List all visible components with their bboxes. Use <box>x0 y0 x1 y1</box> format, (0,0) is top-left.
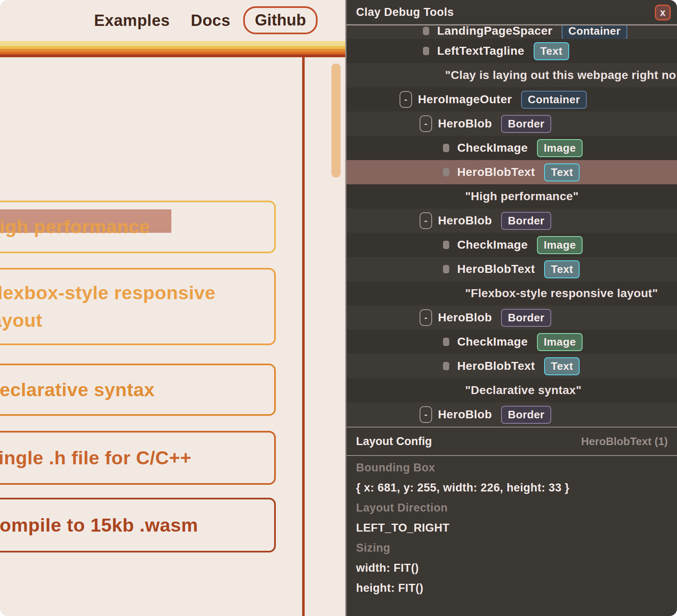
type-badge-border: Border <box>501 115 551 133</box>
github-button[interactable]: Github <box>243 6 318 34</box>
tree-node-label: HeroBlob <box>438 311 492 324</box>
page-scrollbar-thumb[interactable] <box>331 64 341 178</box>
config-value-row: height: FIT() <box>356 578 677 598</box>
tree-row-heroimageouter[interactable]: -HeroImageOuterContainer <box>346 87 677 112</box>
tree-node-label: HeroBlob <box>438 117 492 130</box>
leaf-bullet-icon <box>443 144 449 152</box>
debug-panel-header: Clay Debug Tools x <box>346 0 677 24</box>
type-badge-text: Text <box>544 163 580 181</box>
type-badge-text: Text <box>534 42 569 60</box>
feature-card: High performance <box>0 201 276 253</box>
config-section-label: Bounding Box <box>356 458 677 478</box>
collapse-icon[interactable]: - <box>420 212 432 229</box>
config-section-label: Layout Direction <box>356 498 677 518</box>
config-value-row: width: FIT() <box>356 558 677 578</box>
type-badge-border: Border <box>501 406 551 424</box>
collapse-icon[interactable]: - <box>420 309 432 326</box>
tree-node-label: HeroBlobText <box>457 165 535 179</box>
tree-node-label: LandingPageSpacer <box>437 25 552 38</box>
type-badge-text: Text <box>544 357 580 375</box>
feature-card: Single .h file for C/C++ <box>0 431 276 485</box>
config-value-row: { x: 681, y: 255, width: 226, height: 33… <box>356 478 677 498</box>
text-content-preview: "Declarative syntax" <box>465 384 581 397</box>
leaf-bullet-icon <box>443 338 449 346</box>
text-content-preview: "High performance" <box>465 190 579 203</box>
tree-row-heroblobtext[interactable]: HeroBlobTextText <box>346 160 677 184</box>
collapse-icon[interactable]: - <box>400 91 412 108</box>
tree-quote-row[interactable]: "Declarative syntax" <box>346 378 677 402</box>
tree-row-checkimage[interactable]: CheckImageImage <box>346 136 677 160</box>
tree-node-label: HeroBlob <box>438 214 492 227</box>
tree-node-label: CheckImage <box>457 141 528 155</box>
leaf-bullet-icon <box>443 362 449 370</box>
tree-node-label: CheckImage <box>457 238 528 252</box>
type-badge-border: Border <box>501 309 551 327</box>
feature-card-text: High performance <box>0 213 150 240</box>
feature-card-text: Single .h file for C/C++ <box>0 444 191 471</box>
tree-node-label: LeftTextTagline <box>437 44 524 58</box>
feature-card-text: Compile to 15kb .wasm <box>0 512 198 539</box>
config-value-row: LEFT_TO_RIGHT <box>356 518 677 538</box>
nav-links: ExamplesDocs <box>94 12 230 30</box>
feature-card-text: Flexbox-style responsive layout <box>0 279 274 334</box>
config-label: Layout Direction <box>356 501 448 514</box>
tree-row-heroblobtext[interactable]: HeroBlobTextText <box>346 354 677 378</box>
type-badge-container: Container <box>521 91 587 109</box>
type-badge-image: Image <box>537 333 583 351</box>
leaf-bullet-icon <box>443 241 449 249</box>
page-column-divider <box>302 57 305 616</box>
tree-node-label: CheckImage <box>457 335 528 349</box>
feature-card: Compile to 15kb .wasm <box>0 498 276 552</box>
layout-config-header: Layout Config HeroBlobText (1) <box>346 428 677 455</box>
leaf-bullet-icon <box>443 168 449 176</box>
collapse-icon[interactable]: - <box>420 406 432 423</box>
tree-node-label: HeroBlobText <box>457 262 535 276</box>
tree-quote-row[interactable]: "Clay is laying out this webpage right n… <box>346 63 677 87</box>
tree-node-label: HeroBlobText <box>457 359 535 373</box>
tree-row-heroblob[interactable]: -HeroBlobBorder <box>346 305 677 330</box>
tree-node-label: HeroImageOuter <box>418 93 512 106</box>
config-section-label: Sizing <box>356 538 677 558</box>
tree-row-checkimage[interactable]: CheckImageImage <box>346 233 677 257</box>
debug-panel-title: Clay Debug Tools <box>356 6 454 19</box>
tree-quote-row[interactable]: "Flexbox-style responsive layout" <box>346 281 677 305</box>
config-value: height: FIT() <box>356 582 423 595</box>
config-value: LEFT_TO_RIGHT <box>356 522 450 535</box>
collapse-icon[interactable]: - <box>420 115 432 132</box>
type-badge-image: Image <box>537 139 583 157</box>
screen: ExamplesDocs Github High performanceFlex… <box>0 0 677 616</box>
feature-card: Declarative syntax <box>0 364 276 416</box>
config-value: width: FIT() <box>356 562 419 575</box>
feature-card-text: Declarative syntax <box>0 376 155 403</box>
tree-row-heroblob[interactable]: -HeroBlobBorder <box>346 209 677 233</box>
config-value: { x: 681, y: 255, width: 226, height: 33… <box>356 481 569 494</box>
config-label: Bounding Box <box>356 461 435 474</box>
close-button[interactable]: x <box>655 5 671 20</box>
layout-config-body: Bounding Box{ x: 681, y: 255, width: 226… <box>346 456 677 598</box>
type-badge-border: Border <box>501 212 551 230</box>
text-content-preview: "Clay is laying out this webpage right n… <box>445 69 677 82</box>
selected-element-label: HeroBlobText (1) <box>581 435 668 448</box>
clay-debug-panel: Clay Debug Tools x LandingPageSpacerCont… <box>345 0 677 616</box>
tree-node-label: HeroBlob <box>438 408 492 421</box>
feature-card: Flexbox-style responsive layout <box>0 268 276 345</box>
leaf-bullet-icon <box>443 265 449 273</box>
tree-row-heroblob[interactable]: -HeroBlobBorder <box>346 112 677 136</box>
leaf-bullet-icon <box>423 47 429 55</box>
tree-row-heroblob[interactable]: -HeroBlobBorder <box>346 402 677 427</box>
element-tree: LandingPageSpacerContainerLeftTextTaglin… <box>346 25 677 427</box>
type-badge-text: Text <box>544 260 580 278</box>
nav-link-docs[interactable]: Docs <box>191 12 230 30</box>
tree-row-lefttexttagline[interactable]: LeftTextTaglineText <box>346 39 677 63</box>
type-badge-image: Image <box>537 236 583 254</box>
tree-quote-row[interactable]: "High performance" <box>346 184 677 209</box>
text-content-preview: "Flexbox-style responsive layout" <box>465 287 658 300</box>
nav-link-examples[interactable]: Examples <box>94 12 170 30</box>
leaf-bullet-icon <box>423 27 429 35</box>
type-badge-container: Container <box>562 25 627 39</box>
tree-row-landingpagespacer[interactable]: LandingPageSpacerContainer <box>346 25 677 39</box>
tree-row-heroblobtext[interactable]: HeroBlobTextText <box>346 257 677 281</box>
tree-row-checkimage[interactable]: CheckImageImage <box>346 330 677 354</box>
layout-config-title: Layout Config <box>356 435 432 448</box>
config-label: Sizing <box>356 542 390 555</box>
